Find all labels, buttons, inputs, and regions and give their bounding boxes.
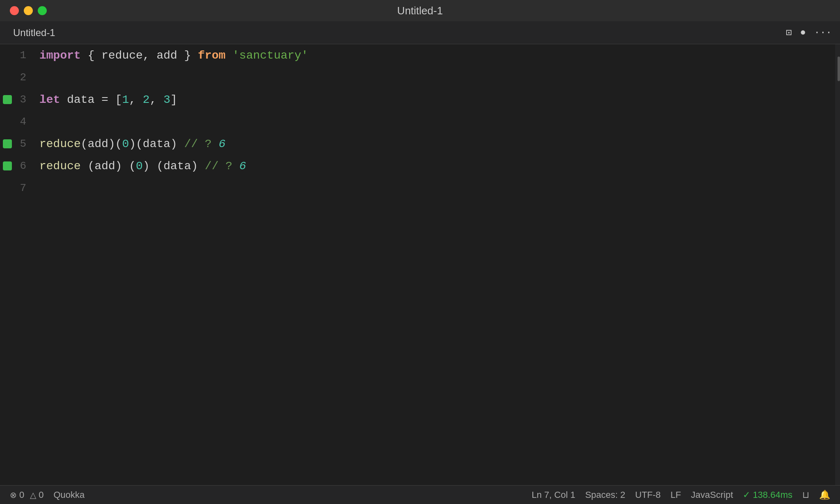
token-fn-name: reduce xyxy=(39,160,81,173)
error-icon: ⊗ xyxy=(10,490,17,500)
scrollbar[interactable] xyxy=(835,44,840,485)
gutter-row: 6 xyxy=(0,155,33,177)
error-count: ⊗ 0 △ 0 xyxy=(10,490,44,500)
token-punc: ) xyxy=(191,160,205,173)
tab-list: Untitled-1 xyxy=(8,25,60,41)
gutter-row: 5 xyxy=(0,133,33,155)
token-number: 1 xyxy=(122,93,129,106)
token-plain: , xyxy=(150,93,164,106)
tabbar: Untitled-1 ⊡ ● ··· xyxy=(0,21,840,44)
token-comment: // ? xyxy=(205,160,239,173)
token-punc: ) ( xyxy=(143,160,163,173)
gutter-row: 3 xyxy=(0,89,33,111)
token-number: 2 xyxy=(143,93,150,106)
code-line[interactable] xyxy=(33,177,840,199)
token-kw-import: import xyxy=(39,49,81,62)
split-editor-button[interactable]: ⊡ xyxy=(786,27,792,39)
token-plain: add xyxy=(88,138,108,150)
bell-icon[interactable]: 🔔 xyxy=(819,490,830,500)
token-fn-name: reduce xyxy=(39,138,81,150)
more-actions-button[interactable]: ··· xyxy=(814,27,832,38)
token-plain: ] xyxy=(170,93,177,106)
minimize-button[interactable] xyxy=(24,6,33,15)
token-punc: ( xyxy=(81,160,95,173)
statusbar: ⊗ 0 △ 0 Quokka Ln 7, Col 1 Spaces: 2 UTF… xyxy=(0,485,840,504)
gutter-row: 1 xyxy=(0,44,33,66)
titlebar: Untitled-1 xyxy=(0,0,840,21)
breakpoint-green xyxy=(3,139,12,148)
token-punc: )( xyxy=(129,138,143,150)
dot-icon: ● xyxy=(800,27,806,38)
breakpoint-green xyxy=(3,161,12,170)
warning-icon: △ xyxy=(30,490,36,500)
traffic-lights xyxy=(10,6,47,15)
token-punc: } xyxy=(177,49,198,62)
token-result-val: 6 xyxy=(239,160,246,173)
line-number: 1 xyxy=(15,49,33,61)
code-line[interactable]: let data = [1, 2, 3] xyxy=(33,89,840,111)
window-title: Untitled-1 xyxy=(397,5,443,17)
token-punc: { xyxy=(81,49,101,62)
line-number: 6 xyxy=(15,160,33,172)
tab-untitled[interactable]: Untitled-1 xyxy=(8,25,60,41)
token-punc: , xyxy=(143,49,157,62)
line-number: 7 xyxy=(15,182,33,194)
editor: 1234567 import { reduce, add } from 'san… xyxy=(0,44,840,485)
token-punc: ) ( xyxy=(115,160,136,173)
indentation[interactable]: Spaces: 2 xyxy=(585,490,625,500)
code-line[interactable]: reduce(add)(0)(data) // ? 6 xyxy=(33,133,840,155)
token-plain: add xyxy=(94,160,115,173)
token-plain: data xyxy=(143,138,170,150)
token-punc: ) xyxy=(170,138,184,150)
broadcast-icon: ⊔ xyxy=(802,490,809,500)
token-punc: ( xyxy=(81,138,88,150)
token-punc: )( xyxy=(108,138,122,150)
line-number: 4 xyxy=(15,116,33,128)
token-comment: // ? xyxy=(184,138,219,150)
token-plain: reduce xyxy=(101,49,143,62)
code-line[interactable]: reduce (add) (0) (data) // ? 6 xyxy=(33,155,840,177)
language[interactable]: JavaScript xyxy=(691,490,733,500)
eol[interactable]: LF xyxy=(671,490,681,500)
token-number: 0 xyxy=(122,138,129,150)
gutter: 1234567 xyxy=(0,44,33,485)
token-str: 'sanctuary' xyxy=(233,49,308,62)
token-plain: add xyxy=(157,49,177,62)
line-indicator xyxy=(0,161,15,170)
token-result-val: 6 xyxy=(219,138,226,150)
cursor-position[interactable]: Ln 7, Col 1 xyxy=(532,490,575,500)
line-number: 5 xyxy=(15,138,33,150)
breakpoint-green xyxy=(3,95,12,104)
code-line[interactable] xyxy=(33,111,840,133)
gutter-row: 7 xyxy=(0,177,33,199)
line-number: 2 xyxy=(15,71,33,84)
code-line[interactable]: import { reduce, add } from 'sanctuary' xyxy=(33,44,840,66)
tab-actions: ⊡ ● ··· xyxy=(786,27,832,39)
line-indicator xyxy=(0,139,15,148)
status-right: Ln 7, Col 1 Spaces: 2 UTF-8 LF JavaScrip… xyxy=(532,490,830,500)
line-indicator xyxy=(0,95,15,104)
close-button[interactable] xyxy=(10,6,19,15)
token-number: 0 xyxy=(136,160,143,173)
token-kw-let: let xyxy=(39,93,60,106)
timing: ✓ 138.64ms xyxy=(743,490,792,500)
plugin-name: Quokka xyxy=(54,490,85,500)
status-left: ⊗ 0 △ 0 Quokka xyxy=(10,490,84,500)
token-plain: , xyxy=(129,93,143,106)
gutter-row: 4 xyxy=(0,111,33,133)
token-plain: data xyxy=(164,160,191,173)
code-area[interactable]: import { reduce, add } from 'sanctuary'l… xyxy=(33,44,840,485)
gutter-row: 2 xyxy=(0,66,33,89)
token-plain xyxy=(226,49,233,62)
token-kw-from: from xyxy=(198,49,226,62)
encoding[interactable]: UTF-8 xyxy=(635,490,661,500)
token-number: 3 xyxy=(164,93,171,106)
code-line[interactable] xyxy=(33,66,840,89)
token-plain: data = [ xyxy=(60,93,122,106)
line-number: 3 xyxy=(15,93,33,106)
maximize-button[interactable] xyxy=(38,6,47,15)
scrollbar-thumb xyxy=(838,57,840,81)
